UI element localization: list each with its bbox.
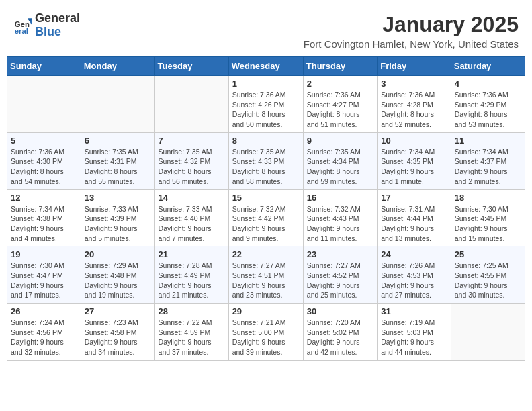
calendar-cell: 17Sunrise: 7:31 AM Sunset: 4:44 PM Dayli…: [378, 189, 451, 246]
day-info: Sunrise: 7:27 AM Sunset: 4:52 PM Dayligh…: [307, 261, 373, 300]
day-info: Sunrise: 7:22 AM Sunset: 4:59 PM Dayligh…: [159, 318, 225, 357]
calendar-week-row: 12Sunrise: 7:34 AM Sunset: 4:38 PM Dayli…: [7, 189, 525, 246]
day-info: Sunrise: 7:35 AM Sunset: 4:33 PM Dayligh…: [232, 147, 300, 187]
calendar-cell: 24Sunrise: 7:26 AM Sunset: 4:53 PM Dayli…: [378, 246, 451, 304]
day-info: Sunrise: 7:36 AM Sunset: 4:28 PM Dayligh…: [381, 90, 447, 130]
calendar-cell: 14Sunrise: 7:33 AM Sunset: 4:40 PM Dayli…: [154, 189, 228, 246]
day-number: 4: [455, 79, 521, 89]
day-number: 8: [232, 136, 300, 146]
calendar-cell: 28Sunrise: 7:22 AM Sunset: 4:59 PM Dayli…: [154, 304, 228, 361]
day-number: 26: [11, 306, 77, 316]
day-info: Sunrise: 7:33 AM Sunset: 4:39 PM Dayligh…: [85, 204, 151, 244]
calendar-cell: 6Sunrise: 7:35 AM Sunset: 4:31 PM Daylig…: [81, 132, 154, 189]
day-info: Sunrise: 7:21 AM Sunset: 5:00 PM Dayligh…: [232, 318, 300, 357]
day-number: 27: [85, 306, 151, 316]
calendar-cell: 21Sunrise: 7:28 AM Sunset: 4:49 PM Dayli…: [154, 246, 228, 304]
day-number: 29: [232, 306, 300, 316]
day-info: Sunrise: 7:36 AM Sunset: 4:27 PM Dayligh…: [307, 90, 373, 130]
location-title: Fort Covington Hamlet, New York, United …: [304, 38, 519, 50]
day-number: 24: [381, 249, 447, 259]
calendar-cell: 13Sunrise: 7:33 AM Sunset: 4:39 PM Dayli…: [81, 189, 154, 246]
day-info: Sunrise: 7:24 AM Sunset: 4:56 PM Dayligh…: [11, 318, 77, 357]
calendar-cell: 8Sunrise: 7:35 AM Sunset: 4:33 PM Daylig…: [228, 132, 303, 189]
day-info: Sunrise: 7:27 AM Sunset: 4:51 PM Dayligh…: [232, 261, 300, 300]
calendar-cell: 31Sunrise: 7:19 AM Sunset: 5:03 PM Dayli…: [378, 304, 451, 361]
day-info: Sunrise: 7:28 AM Sunset: 4:49 PM Dayligh…: [159, 261, 225, 300]
day-number: 5: [11, 136, 77, 146]
day-number: 17: [381, 193, 447, 203]
day-number: 14: [159, 193, 225, 203]
day-number: 1: [232, 79, 300, 89]
calendar-cell: 25Sunrise: 7:25 AM Sunset: 4:55 PM Dayli…: [451, 246, 525, 304]
calendar-week-row: 19Sunrise: 7:30 AM Sunset: 4:47 PM Dayli…: [7, 246, 525, 304]
day-number: 20: [85, 249, 151, 259]
logo-icon: Gen eral: [13, 16, 32, 35]
day-number: 21: [159, 249, 225, 259]
calendar-table: SundayMondayTuesdayWednesdayThursdayFrid…: [7, 56, 525, 361]
calendar-header-monday: Monday: [81, 57, 154, 76]
calendar-cell: [7, 76, 81, 133]
day-number: 7: [159, 136, 225, 146]
calendar-cell: [451, 304, 525, 361]
day-number: 11: [455, 136, 521, 146]
calendar-cell: 22Sunrise: 7:27 AM Sunset: 4:51 PM Dayli…: [228, 246, 303, 304]
calendar-cell: 7Sunrise: 7:35 AM Sunset: 4:32 PM Daylig…: [154, 132, 228, 189]
logo-blue: Blue: [35, 25, 61, 38]
svg-text:eral: eral: [15, 27, 28, 35]
calendar-cell: [154, 76, 228, 133]
day-number: 3: [381, 79, 447, 89]
day-info: Sunrise: 7:29 AM Sunset: 4:48 PM Dayligh…: [85, 261, 151, 300]
calendar-cell: 16Sunrise: 7:32 AM Sunset: 4:43 PM Dayli…: [303, 189, 377, 246]
calendar-cell: 30Sunrise: 7:20 AM Sunset: 5:02 PM Dayli…: [303, 304, 377, 361]
day-info: Sunrise: 7:35 AM Sunset: 4:32 PM Dayligh…: [159, 147, 225, 187]
calendar-cell: 23Sunrise: 7:27 AM Sunset: 4:52 PM Dayli…: [303, 246, 377, 304]
calendar-cell: 9Sunrise: 7:35 AM Sunset: 4:34 PM Daylig…: [303, 132, 377, 189]
calendar-cell: [81, 76, 154, 133]
day-number: 16: [307, 193, 373, 203]
day-info: Sunrise: 7:26 AM Sunset: 4:53 PM Dayligh…: [381, 261, 447, 300]
calendar-header-friday: Friday: [378, 57, 451, 76]
calendar-cell: 5Sunrise: 7:36 AM Sunset: 4:30 PM Daylig…: [7, 132, 81, 189]
calendar-cell: 29Sunrise: 7:21 AM Sunset: 5:00 PM Dayli…: [228, 304, 303, 361]
calendar-header-sunday: Sunday: [7, 57, 81, 76]
day-info: Sunrise: 7:36 AM Sunset: 4:26 PM Dayligh…: [232, 90, 300, 130]
day-info: Sunrise: 7:32 AM Sunset: 4:42 PM Dayligh…: [232, 204, 300, 244]
day-number: 30: [307, 306, 373, 316]
day-info: Sunrise: 7:35 AM Sunset: 4:34 PM Dayligh…: [307, 147, 373, 187]
day-number: 9: [307, 136, 373, 146]
day-number: 6: [85, 136, 151, 146]
day-info: Sunrise: 7:36 AM Sunset: 4:30 PM Dayligh…: [11, 147, 77, 187]
calendar-header-thursday: Thursday: [303, 57, 377, 76]
calendar-week-row: 1Sunrise: 7:36 AM Sunset: 4:26 PM Daylig…: [7, 76, 525, 133]
title-block: January 2025 Fort Covington Hamlet, New …: [304, 12, 519, 50]
calendar-cell: 26Sunrise: 7:24 AM Sunset: 4:56 PM Dayli…: [7, 304, 81, 361]
day-number: 19: [11, 249, 77, 259]
day-info: Sunrise: 7:35 AM Sunset: 4:31 PM Dayligh…: [85, 147, 151, 187]
calendar-header-wednesday: Wednesday: [228, 57, 303, 76]
calendar-cell: 19Sunrise: 7:30 AM Sunset: 4:47 PM Dayli…: [7, 246, 81, 304]
calendar-cell: 12Sunrise: 7:34 AM Sunset: 4:38 PM Dayli…: [7, 189, 81, 246]
calendar-week-row: 26Sunrise: 7:24 AM Sunset: 4:56 PM Dayli…: [7, 304, 525, 361]
day-info: Sunrise: 7:31 AM Sunset: 4:44 PM Dayligh…: [381, 204, 447, 244]
day-number: 31: [381, 306, 447, 316]
calendar-cell: 11Sunrise: 7:34 AM Sunset: 4:37 PM Dayli…: [451, 132, 525, 189]
calendar-header-saturday: Saturday: [451, 57, 525, 76]
day-number: 22: [232, 249, 300, 259]
day-info: Sunrise: 7:19 AM Sunset: 5:03 PM Dayligh…: [381, 318, 447, 357]
day-number: 18: [455, 193, 521, 203]
page-header: Gen eral General Blue January 2025 Fort …: [7, 7, 525, 52]
calendar-cell: 15Sunrise: 7:32 AM Sunset: 4:42 PM Dayli…: [228, 189, 303, 246]
day-info: Sunrise: 7:32 AM Sunset: 4:43 PM Dayligh…: [307, 204, 373, 244]
calendar-header-row: SundayMondayTuesdayWednesdayThursdayFrid…: [7, 57, 525, 76]
day-info: Sunrise: 7:20 AM Sunset: 5:02 PM Dayligh…: [307, 318, 373, 357]
day-info: Sunrise: 7:33 AM Sunset: 4:40 PM Dayligh…: [159, 204, 225, 244]
month-title: January 2025: [304, 12, 519, 37]
calendar-cell: 3Sunrise: 7:36 AM Sunset: 4:28 PM Daylig…: [378, 76, 451, 133]
day-info: Sunrise: 7:30 AM Sunset: 4:47 PM Dayligh…: [11, 261, 77, 300]
day-info: Sunrise: 7:34 AM Sunset: 4:35 PM Dayligh…: [381, 147, 447, 187]
calendar-header-tuesday: Tuesday: [154, 57, 228, 76]
logo: Gen eral General Blue: [13, 12, 80, 39]
calendar-week-row: 5Sunrise: 7:36 AM Sunset: 4:30 PM Daylig…: [7, 132, 525, 189]
day-number: 25: [455, 249, 521, 259]
day-number: 12: [11, 193, 77, 203]
